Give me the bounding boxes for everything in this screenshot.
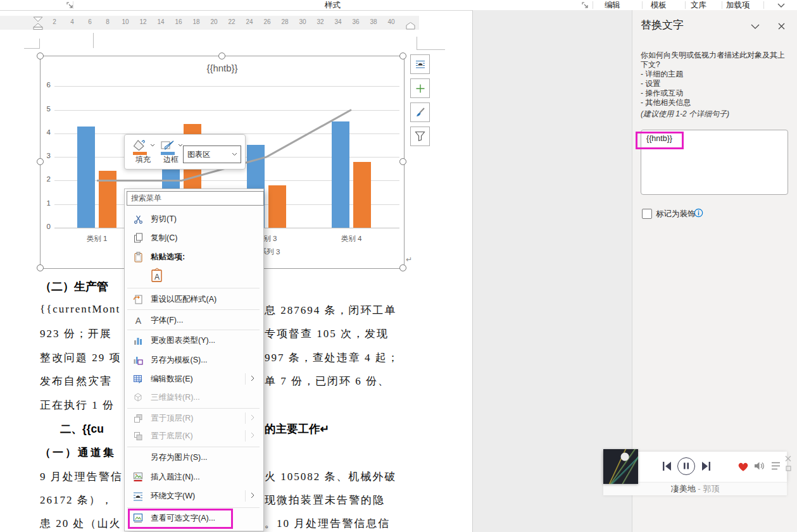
doc-line: 9 月处理告警信 xyxy=(40,469,123,484)
chart-styles-button[interactable] xyxy=(410,102,430,122)
pane-bullet: - 操作或互动 xyxy=(641,89,683,99)
fill-label: 填充 xyxy=(129,154,157,165)
resize-handle-sw[interactable] xyxy=(37,264,44,271)
doc-line: 发布自然灾害 xyxy=(40,374,112,388)
ruler-number: 36 xyxy=(349,18,362,25)
pane-question-line1: 你如何向失明或低视力者描述此对象及其上 xyxy=(641,51,785,61)
player-minimize-icon[interactable] xyxy=(786,466,791,471)
menu-separator xyxy=(127,330,260,330)
ruler-number: 14 xyxy=(154,18,167,25)
doc-heading-section1: （一）通道集 xyxy=(40,445,116,460)
player-close-icon[interactable] xyxy=(785,455,791,462)
column-corner-mark xyxy=(417,37,445,50)
dialog-launcher-icon[interactable] xyxy=(66,2,73,8)
svg-text:A: A xyxy=(135,316,141,325)
heart-like-icon[interactable] xyxy=(737,461,750,472)
menu-item-save-as-template[interactable]: 另存为模板(S)... xyxy=(125,350,262,369)
chart-type-icon xyxy=(132,335,144,346)
tab-template[interactable]: 模板 xyxy=(651,1,667,9)
bar-系列 2[interactable] xyxy=(268,185,286,228)
resize-handle-w[interactable] xyxy=(37,158,44,165)
volume-icon[interactable] xyxy=(754,461,765,471)
menu-item-cut[interactable]: 剪切(T) xyxy=(125,209,262,228)
submenu-arrow-icon xyxy=(245,490,260,502)
doc-line: 整改问题 29 项 xyxy=(40,350,122,365)
edit-data-icon xyxy=(132,373,144,385)
next-track-icon[interactable] xyxy=(701,461,711,471)
previous-track-icon[interactable] xyxy=(662,461,672,471)
font-icon: A xyxy=(132,314,144,326)
bar-系列 1[interactable] xyxy=(332,121,349,228)
bar-系列 1[interactable] xyxy=(77,127,95,228)
menu-item-font[interactable]: A 字体(F)... xyxy=(125,311,262,330)
pane-close-icon[interactable] xyxy=(778,23,785,30)
album-art[interactable] xyxy=(603,449,638,484)
decorative-checkbox[interactable] xyxy=(642,209,652,219)
submenu-arrow-icon xyxy=(245,412,260,424)
y-axis-tick-label: 5 xyxy=(41,105,51,113)
menu-item-reset-to-match-style[interactable]: 重设以匹配样式(A) xyxy=(125,290,262,309)
menu-item-paste-options[interactable]: 粘贴选项: xyxy=(125,247,262,266)
layout-options-button[interactable] xyxy=(410,54,430,74)
pause-button[interactable] xyxy=(677,457,695,475)
bar-系列 2[interactable] xyxy=(353,162,371,228)
pane-chevron-down-icon[interactable] xyxy=(751,24,760,29)
menu-search-input[interactable]: 搜索菜单 xyxy=(127,191,264,206)
menu-item-save-as-picture[interactable]: 另存为图片(S)... xyxy=(125,448,262,467)
reset-style-icon xyxy=(132,294,144,305)
svg-text:A: A xyxy=(154,273,160,281)
text-boundary-mark xyxy=(93,33,94,48)
info-icon[interactable] xyxy=(694,208,703,218)
indent-markers[interactable] xyxy=(32,16,44,30)
y-axis-tick-label: 1 xyxy=(41,199,51,207)
resize-handle-ne[interactable] xyxy=(399,53,406,59)
chart-elements-button[interactable] xyxy=(410,78,430,98)
copy-icon xyxy=(132,232,144,244)
y-axis-tick-label: 2 xyxy=(41,175,51,183)
resize-handle-n[interactable] xyxy=(218,53,225,59)
menu-item-insert-caption[interactable]: 插入题注(N)... xyxy=(125,467,262,486)
ruler-number: 32 xyxy=(314,18,327,25)
highlight-box-alt-text-value xyxy=(636,132,684,149)
divider xyxy=(642,1,643,9)
divider xyxy=(73,1,73,9)
menu-item-send-to-back: 置于底层(K) xyxy=(125,426,262,445)
tab-edit[interactable]: 编辑 xyxy=(605,1,620,9)
submenu-arrow-icon xyxy=(245,373,260,385)
menu-item-change-chart-type[interactable]: 更改图表类型(Y)... xyxy=(125,331,262,350)
plus-icon xyxy=(415,84,425,94)
mini-toolbar: 填充 边框 图表区 xyxy=(124,134,246,170)
horizontal-ruler: 246810121416182022242628303234363840 xyxy=(0,16,419,30)
tab-library[interactable]: 文库 xyxy=(691,1,706,9)
menu-item-copy[interactable]: 复制(C) xyxy=(125,228,262,247)
ruler-number: 40 xyxy=(385,18,398,25)
chart-element-selector[interactable]: 图表区 xyxy=(183,145,241,163)
word-app-window: { "ribbon": { "styles_group_label": "样式"… xyxy=(0,0,797,532)
menu-item-wrap-text[interactable]: 环绕文字(W) xyxy=(125,486,262,505)
resize-handle-nw[interactable] xyxy=(37,53,44,59)
category-label: 类别 1 xyxy=(72,234,122,244)
divider xyxy=(722,1,722,9)
chart-filters-button[interactable] xyxy=(410,127,430,146)
ruler-number: 6 xyxy=(84,18,96,25)
doc-line: 正在执行 1 份 xyxy=(40,398,115,412)
chevron-down-icon[interactable] xyxy=(777,3,785,8)
decorative-checkbox-label: 标记为装饰 xyxy=(656,209,696,220)
category-label: 类别 4 xyxy=(326,234,377,244)
playlist-icon[interactable] xyxy=(771,462,781,470)
doc-heading-main-right: 的主要工作↵ xyxy=(265,421,329,436)
dialog-launcher-icon[interactable] xyxy=(582,2,588,8)
menu-item-edit-data[interactable]: 编辑数据(E) xyxy=(125,369,262,388)
resize-handle-e[interactable] xyxy=(399,158,406,165)
right-indent-marker[interactable] xyxy=(406,22,415,30)
menu-separator xyxy=(127,309,260,310)
bar-系列 2[interactable] xyxy=(99,171,116,228)
paste-keep-text-icon: A xyxy=(151,268,162,285)
chevron-down-icon xyxy=(178,144,183,147)
tab-addins[interactable]: 加载项 xyxy=(726,1,750,9)
ruler-number: 2 xyxy=(48,18,61,25)
resize-handle-se[interactable] xyxy=(399,264,406,271)
menu-item-paste-keep-text[interactable]: A xyxy=(125,266,262,285)
pane-hint: (建议使用 1-2 个详细句子) xyxy=(641,109,729,120)
rotate-3d-icon xyxy=(132,392,144,403)
